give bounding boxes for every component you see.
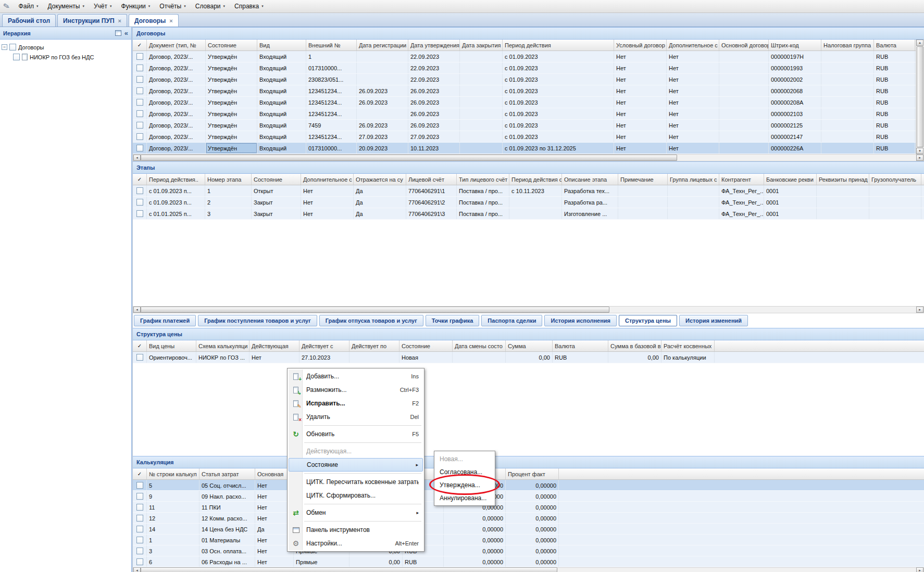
column-header[interactable]: Тип лицевого счёт	[457, 174, 509, 185]
column-header[interactable]: Период действия..	[147, 174, 205, 185]
grid-cell[interactable]	[509, 208, 562, 219]
grid-cell[interactable]: 0,00000	[506, 535, 559, 545]
menubar-item-5[interactable]: Словари▾	[191, 1, 230, 11]
row-checkbox[interactable]	[136, 354, 143, 361]
grid-cell[interactable]: Нет	[667, 51, 719, 62]
column-header[interactable]: Сумма	[506, 340, 553, 351]
etapy-row[interactable]: с 01.09.2023 п...2ЗакрытНетДа7706406291\…	[133, 197, 924, 208]
menubar-item-6[interactable]: Справка▾	[230, 1, 268, 11]
grid-cell[interactable]: с 01.09.2023	[503, 85, 614, 96]
column-header[interactable]: Описание этапа	[562, 174, 618, 185]
grid-cell[interactable]: 0001	[764, 208, 817, 219]
struct-row[interactable]: Ориентировоч...НИОКР по ГОЗ ...Нет27.10.…	[133, 352, 924, 363]
checkbox-cell[interactable]	[133, 352, 147, 363]
horizontal-scroll-thumb[interactable]	[141, 567, 557, 572]
row-checkbox[interactable]	[136, 537, 143, 543]
grid-cell[interactable]: 22.09.2023	[408, 62, 460, 73]
grid-cell[interactable]	[719, 120, 769, 131]
submenu-item-3[interactable]: Аннулирована...	[435, 491, 494, 504]
grid-cell[interactable]: Новая	[399, 352, 453, 363]
tree-node-0[interactable]: −Договоры	[2, 42, 130, 52]
grid-cell[interactable]: Нет	[614, 51, 667, 62]
grid-cell[interactable]	[357, 51, 408, 62]
detail-tab-2[interactable]: График отпуска товаров и услуг	[319, 315, 423, 326]
grid-cell[interactable]: Нет	[667, 85, 719, 96]
column-header[interactable]: Группа лицевых с	[668, 174, 719, 185]
row-checkbox[interactable]	[136, 122, 143, 129]
grid-cell[interactable]: RUB	[874, 120, 915, 131]
grid-cell[interactable]	[719, 143, 769, 154]
context-menu-item-13[interactable]: ⇄Обмен▸	[289, 506, 423, 519]
column-header[interactable]: Расчёт косвенных	[661, 340, 715, 351]
column-header[interactable]: Банковские рекви	[764, 174, 817, 185]
grid-cell[interactable]: RUB	[874, 108, 915, 119]
grid-cell[interactable]: 0,00000	[444, 513, 506, 523]
grid-cell[interactable]	[719, 108, 769, 119]
grid-cell[interactable]: RUB	[874, 74, 915, 85]
grid-cell[interactable]	[668, 185, 719, 196]
column-header[interactable]: Грузополучатель	[869, 174, 921, 185]
grid-cell[interactable]	[869, 185, 921, 196]
grid-cell[interactable]: RUB	[874, 62, 915, 73]
grid-cell[interactable]: Утверждён	[206, 108, 257, 119]
menubar-item-1[interactable]: Документы▾	[43, 1, 89, 11]
column-header[interactable]: Состояние	[206, 40, 257, 50]
context-menu-item-10[interactable]: ЦИТК. Пересчитать косвенные затраты...	[289, 475, 423, 489]
grid-cell[interactable]: 9	[147, 491, 199, 501]
grid-cell[interactable]: Договор, 2023/...	[147, 97, 206, 108]
column-header[interactable]: Документ (тип, №	[147, 40, 206, 50]
checkbox-cell[interactable]	[133, 502, 147, 512]
grid-cell[interactable]: 26.09.2023	[408, 85, 460, 96]
grid-cell[interactable]: с 01.09.2023	[503, 62, 614, 73]
grid-cell[interactable]	[821, 108, 874, 119]
grid-cell[interactable]: с 01.01.2025 п...	[147, 208, 205, 219]
dogovory-row[interactable]: Договор, 2023/...УтверждёнВходящий122.09…	[133, 51, 916, 62]
grid-cell[interactable]	[460, 120, 503, 131]
row-checkbox[interactable]	[136, 548, 143, 554]
grid-cell[interactable]: ФА_Техн_Рег_...	[719, 185, 764, 196]
grid-cell[interactable]	[817, 197, 869, 208]
grid-cell[interactable]: Утверждён	[206, 62, 257, 73]
collapse-panel-icon[interactable]: «	[124, 30, 128, 36]
grid-cell[interactable]	[509, 197, 562, 208]
context-menu-item-0[interactable]: +Добавить...Ins	[289, 370, 423, 383]
grid-cell[interactable]: 0,00000	[444, 556, 506, 567]
grid-cell[interactable]: Утверждён	[206, 74, 257, 85]
column-header[interactable]: Валюта	[553, 340, 608, 351]
checkbox-cell[interactable]	[133, 74, 147, 85]
column-header[interactable]: Сумма в базовой в	[608, 340, 661, 351]
grid-cell[interactable]: Ориентировоч...	[147, 352, 196, 363]
dogovory-row[interactable]: Договор, 2023/...УтверждёнВходящий230823…	[133, 74, 916, 85]
column-header[interactable]: Реквизиты принад	[817, 174, 869, 185]
grid-cell[interactable]: с 01.09.2023 по 31.12.2025	[503, 143, 614, 154]
grid-cell[interactable]: 0001	[764, 185, 817, 196]
tree-node-1[interactable]: НИОКР по ГОЗ без НДС	[2, 52, 130, 62]
grid-cell[interactable]: 12	[147, 513, 199, 523]
menubar-item-4[interactable]: Отчёты▾	[155, 1, 190, 11]
dogovory-row[interactable]: Договор, 2023/...УтверждёнВходящий123451…	[133, 108, 916, 120]
row-checkbox[interactable]	[136, 482, 143, 489]
grid-cell[interactable]	[668, 197, 719, 208]
scroll-left-button[interactable]: ◂	[133, 307, 141, 313]
grid-cell[interactable]: 230823/051...	[306, 74, 357, 85]
grid-cell[interactable]: Договор, 2023/...	[147, 143, 206, 154]
grid-cell[interactable]: Входящий	[257, 62, 306, 73]
grid-cell[interactable]: с 01.09.2023	[503, 74, 614, 85]
grid-cell[interactable]	[460, 85, 503, 96]
scroll-up-button[interactable]: ▴	[916, 40, 923, 46]
grid-cell[interactable]: По калькуляции	[661, 352, 715, 363]
grid-cell[interactable]: Нет	[614, 143, 667, 154]
grid-cell[interactable]: Нет	[667, 143, 719, 154]
grid-cell[interactable]: 1	[205, 185, 252, 196]
column-header[interactable]: Налоговая группа	[821, 40, 874, 50]
grid-cell[interactable]: RUB	[553, 352, 608, 363]
grid-cell[interactable]: Закрыт	[252, 208, 301, 219]
scroll-left-button[interactable]: ◂	[133, 567, 141, 572]
etapy-row[interactable]: с 01.09.2023 п...1ОткрытНетДа7706406291\…	[133, 185, 924, 197]
grid-cell[interactable]: Входящий	[257, 143, 306, 154]
context-menu-item-3[interactable]: ×УдалитьDel	[289, 410, 423, 424]
row-checkbox[interactable]	[136, 87, 143, 94]
grid-cell[interactable]	[453, 352, 506, 363]
column-header[interactable]: Дополнительное с	[301, 174, 354, 185]
grid-cell[interactable]: 3	[205, 208, 252, 219]
